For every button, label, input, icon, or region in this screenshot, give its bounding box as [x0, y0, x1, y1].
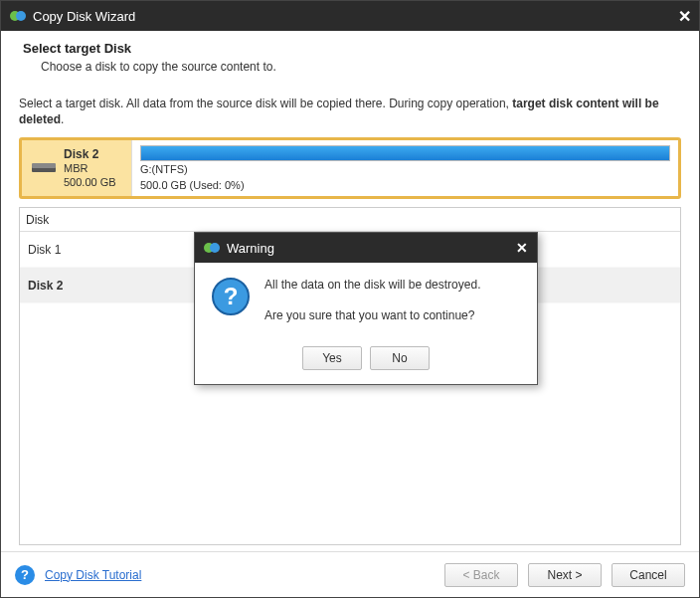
volume-label: G:(NTFS): [140, 163, 670, 176]
header-section: Select target Disk Choose a disk to copy…: [1, 31, 699, 86]
dialog-line1: All the data on the disk will be destroy…: [264, 277, 480, 294]
intro-text: Select a target disk. All data from the …: [19, 96, 681, 127]
next-button[interactable]: Next >: [528, 563, 602, 587]
no-button[interactable]: No: [370, 346, 430, 370]
app-icon: [9, 7, 27, 25]
disk-scheme: MBR: [64, 162, 116, 176]
close-icon[interactable]: ✕: [669, 1, 699, 31]
warning-dialog: Warning ✕ ? All the data on the disk wil…: [194, 232, 538, 385]
dialog-line2: Are you sure that you want to continue?: [264, 307, 480, 324]
volume-usage: 500.0 GB (Used: 0%): [140, 179, 670, 192]
dialog-buttons: Yes No: [195, 342, 537, 384]
window-title: Copy Disk Wizard: [33, 9, 669, 24]
help-icon[interactable]: ?: [15, 565, 35, 585]
svg-point-5: [210, 243, 220, 253]
disk-table-header: Disk: [20, 208, 680, 232]
disk-card-right: G:(NTFS) 500.0 GB (Used: 0%): [131, 140, 678, 196]
footer: ? Copy Disk Tutorial < Back Next > Cance…: [1, 551, 699, 597]
cancel-button[interactable]: Cancel: [612, 563, 685, 587]
usage-bar-fill: [141, 146, 669, 160]
wizard-window: Copy Disk Wizard ✕ Select target Disk Ch…: [0, 0, 700, 598]
selected-disk-card[interactable]: Disk 2 MBR 500.00 GB G:(NTFS) 500.0 GB (…: [19, 137, 681, 199]
disk-icon: [30, 161, 58, 175]
dialog-text: All the data on the disk will be destroy…: [264, 277, 480, 338]
svg-point-1: [16, 11, 26, 21]
titlebar: Copy Disk Wizard ✕: [1, 1, 699, 31]
question-icon: ?: [211, 277, 251, 316]
page-title: Select target Disk: [23, 41, 671, 56]
app-icon: [203, 239, 221, 257]
page-subtitle: Choose a disk to copy the source content…: [41, 60, 671, 74]
yes-button[interactable]: Yes: [302, 346, 362, 370]
usage-bar: [140, 145, 670, 161]
svg-text:?: ?: [224, 283, 239, 309]
row-disk-name: Disk 2: [20, 279, 219, 293]
back-button[interactable]: < Back: [444, 563, 518, 587]
svg-rect-3: [32, 163, 56, 168]
dialog-body: ? All the data on the disk will be destr…: [195, 263, 537, 342]
disk-capacity: 500.00 GB: [64, 176, 116, 190]
intro-prefix: Select a target disk. All data from the …: [19, 97, 512, 110]
row-disk-name: Disk 1: [20, 243, 219, 257]
dialog-title-text: Warning: [227, 241, 507, 256]
col-disk: Disk: [20, 213, 219, 227]
close-icon[interactable]: ✕: [507, 233, 537, 263]
disk-info: Disk 2 MBR 500.00 GB: [64, 147, 116, 190]
disk-name: Disk 2: [64, 147, 116, 162]
tutorial-link[interactable]: Copy Disk Tutorial: [45, 568, 141, 582]
dialog-titlebar: Warning ✕: [195, 233, 537, 263]
disk-card-left: Disk 2 MBR 500.00 GB: [22, 140, 131, 196]
